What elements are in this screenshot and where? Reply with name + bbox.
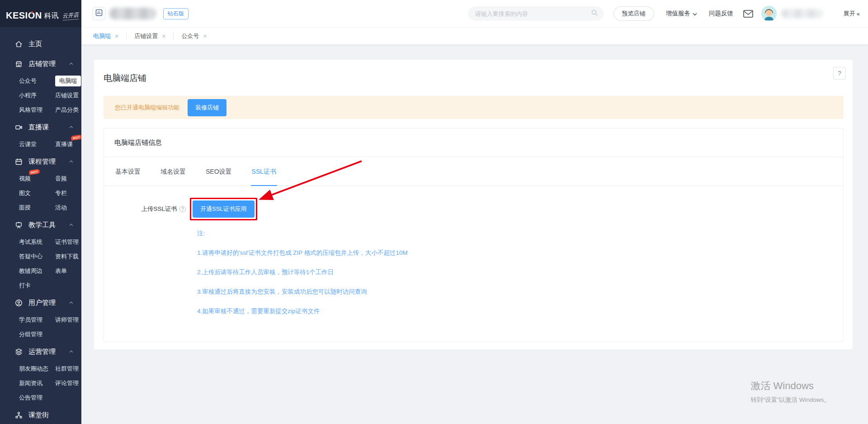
- sidebar-item-产品分类[interactable]: 产品分类: [55, 103, 79, 117]
- store-stats-button[interactable]: [92, 7, 106, 20]
- sidebar-item-活动[interactable]: 活动: [55, 200, 67, 215]
- sidebar-item-label: 教辅周边: [19, 267, 42, 275]
- expand-toggle[interactable]: 展开 «: [844, 10, 860, 18]
- sidebar-item-店铺设置[interactable]: 店铺设置: [55, 88, 79, 103]
- sidebar-item-label: 资料下载: [55, 252, 79, 261]
- help-button[interactable]: ?: [833, 67, 846, 80]
- sidebar-item-图文[interactable]: 图文: [19, 186, 31, 200]
- search-input[interactable]: [475, 10, 591, 17]
- sidebar-item-label: 新闻资讯: [19, 379, 42, 387]
- sidebar-item-打卡[interactable]: 打卡: [19, 278, 31, 293]
- sidebar-item-云课堂[interactable]: 云课堂: [19, 137, 37, 152]
- notes-title: 注:: [197, 229, 832, 238]
- question-circle-icon[interactable]: ?: [179, 206, 186, 212]
- sidebar-section-2[interactable]: 直播课: [0, 117, 81, 137]
- sidebar-section-3[interactable]: 课程管理: [0, 152, 81, 172]
- sidebar-item-朋友圈动态[interactable]: 朋友圈动态: [19, 362, 48, 376]
- close-icon[interactable]: ×: [162, 33, 165, 39]
- sidebar-item-风格管理[interactable]: 风格管理: [19, 103, 42, 117]
- sidebar-item-电脑端[interactable]: 电脑端: [55, 74, 81, 88]
- mail-icon[interactable]: [743, 10, 753, 18]
- sidebar-section-0[interactable]: 主页: [0, 34, 81, 54]
- sidebar-item-公众号[interactable]: 公众号: [19, 74, 37, 88]
- sidebar-item-面授[interactable]: 面授: [19, 200, 31, 215]
- sidebar-item-专栏[interactable]: 专栏: [55, 186, 67, 200]
- tab-店铺设置[interactable]: 店铺设置×: [126, 32, 165, 40]
- sidebar-item-学员管理[interactable]: 学员管理: [19, 313, 42, 327]
- sidebar-item-label: 分组管理: [19, 330, 42, 338]
- sidebar-section-label: 店铺管理: [28, 60, 56, 68]
- close-icon[interactable]: ×: [115, 33, 118, 39]
- settings-tab-基本设置[interactable]: 基本设置: [114, 157, 142, 186]
- username-blurred: [781, 9, 823, 18]
- sidebar-item-label: 云课堂: [19, 140, 37, 148]
- page-card: 电脑端店铺 ? 您已开通电脑端编辑功能 装修店铺 电脑端店铺信息 基本设置域名设…: [94, 60, 853, 349]
- sidebar-item-label: 面授: [19, 204, 31, 212]
- sidebar-section-items: 云课堂直播课HOT: [0, 137, 81, 152]
- sidebar-item-表单[interactable]: 表单: [55, 264, 67, 278]
- home-icon: [15, 40, 23, 48]
- sidebar-section-6[interactable]: 运营管理: [0, 342, 81, 362]
- brand-logo-cn: 科讯: [44, 12, 59, 20]
- settings-tab-域名设置[interactable]: 域名设置: [160, 157, 187, 186]
- sidebar-item-label: 答疑中心: [19, 252, 42, 261]
- sidebar-item-直播课[interactable]: 直播课HOT: [55, 137, 73, 152]
- sidebar-section-5[interactable]: 用户管理: [0, 293, 81, 313]
- chevron-up-icon: [69, 62, 73, 65]
- sidebar-section-1[interactable]: 店铺管理: [0, 54, 81, 74]
- tab-公众号[interactable]: 公众号×: [173, 32, 207, 40]
- chevron-up-icon: [69, 126, 73, 129]
- sidebar-item-音频[interactable]: 音频: [55, 172, 67, 186]
- sidebar-item-考试系统[interactable]: 考试系统: [19, 235, 42, 249]
- sidebar-item-label: 考试系统: [19, 238, 42, 246]
- main-content: 电脑端店铺 ? 您已开通电脑端编辑功能 装修店铺 电脑端店铺信息 基本设置域名设…: [81, 44, 868, 424]
- sidebar-section-4[interactable]: 教学工具: [0, 215, 81, 235]
- sidebar-section-7[interactable]: 课堂街: [0, 405, 81, 424]
- settings-tab-SSL证书[interactable]: SSL证书: [251, 157, 277, 186]
- chevron-up-icon: [69, 224, 73, 226]
- sidebar-item-新闻资讯[interactable]: 新闻资讯: [19, 376, 42, 391]
- sidebar-item-label: 活动: [55, 204, 67, 212]
- sidebar-item-评论管理[interactable]: 评论管理: [55, 376, 79, 391]
- sidebar-item-分组管理[interactable]: 分组管理: [19, 327, 42, 342]
- sidebar-item-教辅周边[interactable]: 教辅周边: [19, 264, 42, 278]
- sidebar-item-公告管理[interactable]: 公告管理: [19, 391, 42, 405]
- sidebar-item-label: 公告管理: [19, 394, 42, 402]
- value-services-menu[interactable]: 增值服务: [666, 10, 697, 18]
- sidebar-item-视频[interactable]: 视频HOT: [19, 172, 31, 186]
- shop-icon: [15, 60, 23, 68]
- chevron-down-icon: [693, 10, 697, 17]
- note-line: 1.请将申请好的'ssl'证书文件打包成 ZIP 格式的压缩包并上传，大小不超过…: [197, 249, 832, 257]
- store-info-card: 电脑端店铺信息 基本设置域名设置SEO设置SSL证书 上传SSL证书 ? 开通S…: [104, 128, 844, 342]
- settings-tab-SEO设置[interactable]: SEO设置: [205, 157, 233, 186]
- sidebar-item-答疑中心[interactable]: 答疑中心: [19, 249, 42, 264]
- watermark-line1: 激活 Windows: [750, 379, 830, 393]
- plan-badge[interactable]: 钻石版: [163, 8, 189, 19]
- sidebar-item-label: 公众号: [19, 77, 37, 85]
- double-chevron-left-icon: «: [857, 10, 860, 17]
- sidebar-item-label: 小程序: [19, 91, 37, 100]
- sidebar-item-label: 图文: [19, 189, 31, 197]
- decorate-store-button[interactable]: 装修店铺: [188, 99, 226, 116]
- avatar[interactable]: [761, 6, 777, 21]
- sidebar-item-label: 店铺设置: [55, 91, 79, 100]
- topbar: 钻石版 预览店铺 增值服务 问题反馈: [81, 0, 868, 27]
- sidebar-item-讲师管理[interactable]: 讲师管理: [55, 313, 79, 327]
- sidebar-section-label: 主页: [28, 40, 42, 48]
- course-icon: [15, 158, 23, 166]
- sidebar-item-社群管理[interactable]: 社群管理: [55, 362, 79, 376]
- close-icon[interactable]: ×: [203, 33, 207, 39]
- sidebar-item-小程序[interactable]: 小程序: [19, 88, 37, 103]
- sidebar-item-资料下载[interactable]: 资料下载: [55, 249, 79, 264]
- preview-store-button[interactable]: 预览店铺: [613, 6, 654, 21]
- open-ssl-button[interactable]: 开通SSL证书应用: [193, 200, 255, 218]
- sidebar-item-label: 电脑端: [55, 76, 81, 86]
- feedback-link[interactable]: 问题反馈: [709, 10, 733, 18]
- sidebar-section-label: 用户管理: [28, 299, 56, 307]
- expand-label: 展开: [844, 10, 855, 18]
- search-icon[interactable]: [591, 9, 598, 18]
- tab-电脑端[interactable]: 电脑端×: [93, 32, 118, 40]
- tabbar: 电脑端×店铺设置×公众号×: [81, 27, 868, 44]
- annotation-red-box: 开通SSL证书应用: [190, 198, 257, 220]
- sidebar-item-证书管理[interactable]: 证书管理: [55, 235, 79, 249]
